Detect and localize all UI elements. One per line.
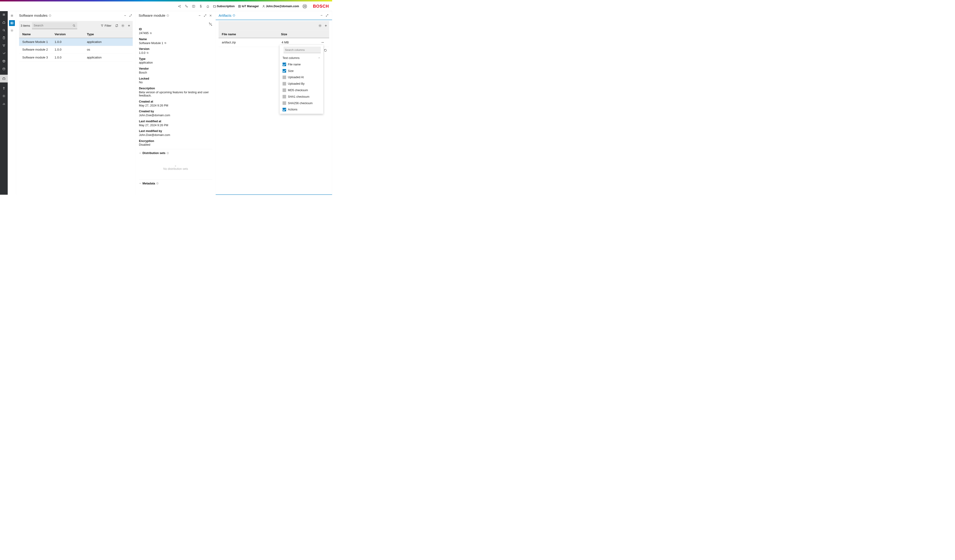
svg-line-17 bbox=[5, 31, 5, 31]
copy-icon[interactable] bbox=[146, 52, 149, 54]
columns-settings-button[interactable] bbox=[318, 24, 322, 27]
svg-point-50 bbox=[209, 23, 210, 23]
add-button[interactable] bbox=[127, 23, 131, 28]
bosch-emblem-icon bbox=[302, 4, 307, 9]
col-version[interactable]: Version bbox=[55, 33, 87, 36]
rail-menu-toggle[interactable] bbox=[2, 13, 6, 17]
chevron-up-icon bbox=[139, 152, 141, 154]
minimize-button[interactable] bbox=[197, 14, 202, 18]
rail-accessibility[interactable] bbox=[2, 86, 6, 90]
minimize-button[interactable] bbox=[319, 13, 324, 17]
section-sign-icon[interactable]: § bbox=[199, 5, 203, 8]
rail-package-alt[interactable] bbox=[2, 67, 6, 71]
columns-section-toggle[interactable]: Text columns bbox=[280, 55, 323, 61]
svg-point-22 bbox=[4, 87, 4, 87]
distribution-sets-toggle[interactable]: Distribution sets bbox=[139, 151, 212, 155]
book-icon[interactable] bbox=[192, 5, 196, 8]
copy-icon[interactable] bbox=[150, 32, 152, 34]
rail-filter[interactable] bbox=[2, 44, 6, 48]
info-icon[interactable] bbox=[156, 182, 159, 184]
column-option[interactable]: SHA256 checksum bbox=[280, 100, 323, 106]
column-option[interactable]: Actions bbox=[280, 106, 323, 113]
expand-button[interactable] bbox=[325, 13, 329, 17]
share-icon[interactable] bbox=[177, 5, 182, 8]
minimize-button[interactable] bbox=[123, 14, 127, 18]
add-artifact-button[interactable] bbox=[324, 24, 328, 27]
rail-package[interactable] bbox=[2, 59, 6, 63]
created-at-label: Created at bbox=[139, 100, 212, 103]
metadata-toggle[interactable]: Metadata bbox=[139, 182, 212, 185]
svg-point-68 bbox=[319, 25, 321, 26]
checkbox-icon bbox=[283, 69, 286, 73]
col-name[interactable]: Name bbox=[22, 33, 55, 36]
column-option[interactable]: SHA1 checksum bbox=[280, 94, 323, 100]
column-option[interactable]: Uploaded By bbox=[280, 81, 323, 87]
subnav-list-view[interactable] bbox=[9, 20, 15, 26]
column-option[interactable]: File name bbox=[280, 61, 323, 68]
rail-analytics[interactable] bbox=[2, 102, 6, 106]
search-input-wrap[interactable] bbox=[32, 22, 77, 29]
info-icon[interactable] bbox=[232, 14, 235, 17]
columns-search-input[interactable] bbox=[285, 48, 319, 51]
svg-point-66 bbox=[234, 15, 234, 15]
edit-tools-icon[interactable] bbox=[208, 22, 212, 26]
table-row[interactable]: Software module 2 1.0.0 os bbox=[19, 46, 133, 54]
row-more-icon[interactable] bbox=[321, 41, 324, 44]
close-button[interactable] bbox=[208, 14, 213, 18]
iot-manager-link[interactable]: IoT Manager bbox=[238, 5, 259, 8]
settings-button[interactable] bbox=[121, 23, 125, 28]
svg-point-23 bbox=[3, 95, 4, 96]
sub-nav bbox=[8, 11, 16, 195]
column-option[interactable]: MD5 checksum bbox=[280, 87, 323, 94]
column-option[interactable]: Uploaded At bbox=[280, 74, 323, 81]
col-type[interactable]: Type bbox=[87, 33, 123, 36]
info-icon[interactable] bbox=[166, 152, 169, 154]
svg-rect-21 bbox=[3, 78, 5, 80]
svg-line-4 bbox=[179, 6, 180, 7]
table-row[interactable]: Software module 3 1.0.0 application bbox=[19, 54, 133, 61]
name-label: Name bbox=[139, 37, 212, 41]
phone-icon[interactable] bbox=[185, 5, 189, 8]
svg-rect-55 bbox=[165, 42, 166, 44]
expand-button[interactable] bbox=[203, 14, 207, 18]
expand-button[interactable] bbox=[128, 14, 133, 18]
cell-size: 4 MB bbox=[272, 41, 289, 44]
svg-point-39 bbox=[73, 25, 75, 26]
refresh-button[interactable] bbox=[115, 23, 119, 28]
column-option[interactable]: Size bbox=[280, 67, 323, 74]
rail-flow[interactable] bbox=[2, 51, 6, 55]
table-row[interactable]: Software Module 1 1.0.0 application bbox=[19, 38, 133, 46]
rail-search[interactable] bbox=[2, 28, 6, 32]
subscription-link[interactable]: Subscription bbox=[213, 5, 235, 8]
checkbox-icon bbox=[283, 88, 286, 92]
cell-version: 1.0.0 bbox=[55, 56, 87, 59]
col-filename[interactable]: File name bbox=[222, 33, 271, 36]
copy-icon[interactable] bbox=[164, 42, 166, 44]
checkbox-icon bbox=[283, 76, 286, 79]
cell-type: application bbox=[87, 40, 123, 44]
filter-button[interactable]: Filter bbox=[99, 23, 113, 28]
search-icon bbox=[72, 24, 76, 27]
bell-icon[interactable] bbox=[206, 5, 210, 8]
panel-title: Artifacts bbox=[219, 14, 235, 17]
subnav-menu[interactable] bbox=[9, 13, 15, 19]
rail-clipboard[interactable] bbox=[2, 36, 6, 40]
columns-search-wrap[interactable] bbox=[283, 47, 321, 53]
created-at-value: May 27, 2024 9:26 PM bbox=[139, 104, 212, 107]
info-icon[interactable] bbox=[49, 14, 51, 17]
subnav-settings[interactable] bbox=[9, 28, 15, 33]
col-size[interactable]: Size bbox=[271, 33, 287, 36]
rail-settings[interactable] bbox=[2, 94, 6, 98]
svg-point-2 bbox=[180, 7, 180, 8]
rail-software-modules[interactable] bbox=[0, 75, 8, 83]
search-input[interactable] bbox=[34, 24, 72, 27]
checkbox-icon bbox=[283, 101, 286, 105]
locked-value: No bbox=[139, 81, 212, 84]
reset-columns-button[interactable] bbox=[324, 49, 327, 52]
checkbox-icon bbox=[283, 62, 286, 66]
info-icon[interactable] bbox=[166, 14, 169, 17]
rail-home[interactable] bbox=[2, 20, 6, 24]
columns-popover: Text columns File name Size Uploaded At … bbox=[280, 45, 323, 114]
svg-point-34 bbox=[12, 30, 12, 31]
user-menu[interactable]: John.Doe@domain.com bbox=[262, 5, 299, 8]
